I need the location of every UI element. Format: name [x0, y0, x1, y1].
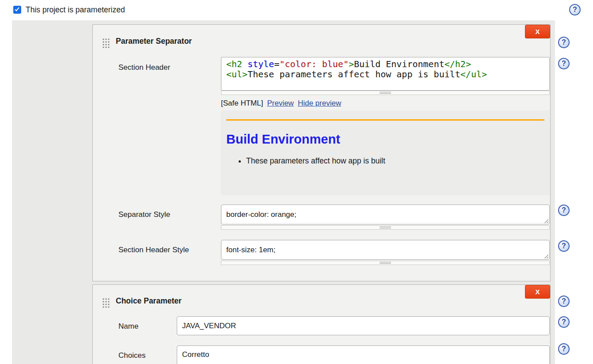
choices-textarea[interactable]: Corretto [177, 345, 550, 364]
parameterized-row: This project is parameterized [0, 0, 593, 20]
grip-icon [380, 227, 391, 228]
parameter-separator-panel: X Parameter Separator Section Header <h2… [92, 24, 551, 281]
delete-parameter-button[interactable]: X [525, 25, 550, 38]
preview-heading: Build Environment [226, 132, 550, 147]
section-header-style-label: Section Header Style [118, 245, 189, 254]
name-field [177, 316, 550, 335]
help-icon-parameterized[interactable]: ? [569, 4, 581, 15]
help-icon-name[interactable]: ? [558, 316, 570, 328]
separator-style-input[interactable] [221, 205, 550, 224]
help-icon-section-header[interactable]: ? [558, 58, 570, 69]
html-preview: Build Environment These parameters affec… [221, 110, 550, 195]
section-header-style-field [221, 240, 550, 260]
parameterized-label: This project is parameterized [26, 5, 125, 15]
preview-bullet: These parameters affect how app is built [246, 156, 550, 166]
parameters-section: X Parameter Separator Section Header <h2… [12, 20, 555, 364]
help-icon-choice-parameter[interactable]: ? [558, 296, 570, 307]
parameter-type-title: Parameter Separator [116, 37, 192, 46]
delete-parameter-button[interactable]: X [525, 285, 550, 299]
drag-handle-icon[interactable] [102, 38, 110, 48]
section-header-code-editor[interactable]: <h2 style="color: blue">Build Environmen… [221, 57, 550, 91]
preview-list: These parameters affect how app is built [221, 156, 550, 166]
choices-label: Choices [118, 351, 145, 360]
safe-html-row: [Safe HTML]PreviewHide preview [221, 99, 341, 108]
help-icon-parameter-separator[interactable]: ? [558, 37, 570, 48]
separator-style-field [221, 205, 550, 224]
help-icon-choices[interactable]: ? [558, 343, 570, 355]
jenkins-parameters-config: This project is parameterized X Paramete… [0, 0, 593, 364]
textarea-resize-handle[interactable] [221, 261, 550, 265]
choice-parameter-panel: X Choice Parameter Name Choices Corretto [92, 284, 551, 364]
section-header-style-input[interactable] [221, 240, 550, 260]
help-icon-separator-style[interactable]: ? [558, 205, 570, 216]
parameterized-checkbox[interactable] [13, 6, 21, 14]
grip-icon [380, 262, 391, 264]
checkmark-icon [15, 7, 19, 11]
help-icon-section-header-style[interactable]: ? [558, 240, 570, 252]
preview-separator-line [226, 119, 544, 121]
drag-handle-icon[interactable] [102, 297, 110, 308]
preview-link[interactable]: Preview [267, 99, 293, 107]
section-header-label: Section Header [118, 63, 170, 72]
textarea-resize-handle[interactable] [221, 91, 550, 95]
textarea-resize-handle[interactable] [221, 225, 550, 230]
name-input[interactable] [177, 316, 550, 335]
safe-html-badge: [Safe HTML] [221, 99, 263, 107]
name-label: Name [118, 322, 138, 331]
separator-style-label: Separator Style [118, 210, 170, 219]
grip-icon [380, 92, 391, 94]
choices-field: Corretto [177, 345, 550, 364]
parameter-type-title: Choice Parameter [116, 296, 182, 306]
hide-preview-link[interactable]: Hide preview [298, 99, 341, 107]
